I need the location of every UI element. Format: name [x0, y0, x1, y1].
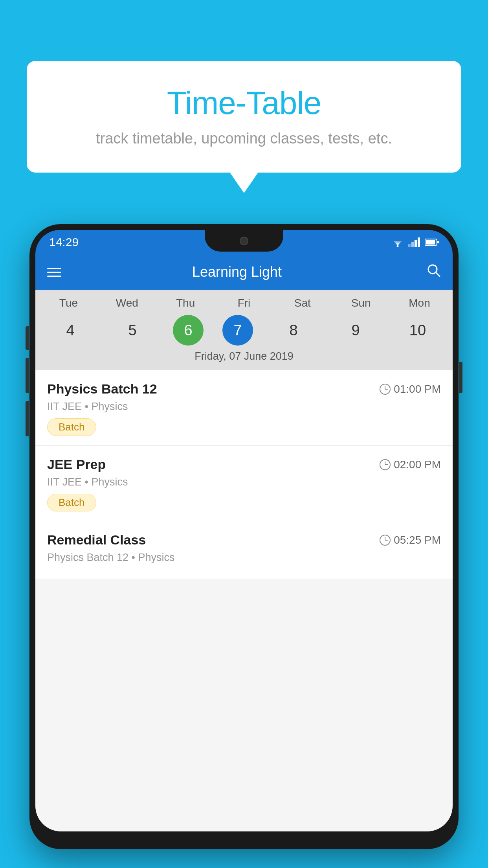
svg-rect-5 — [411, 242, 414, 247]
phone-container: 14:29 — [29, 224, 459, 868]
phone-frame: 14:29 — [29, 224, 459, 849]
selected-date: Friday, 07 June 2019 — [35, 346, 453, 366]
day-label-sat: Sat — [281, 297, 324, 309]
clock-icon-2 — [380, 459, 391, 470]
volume-up-button — [26, 326, 29, 350]
class-name-2: JEE Prep — [47, 457, 106, 472]
bubble-title: Time-Table — [42, 85, 446, 121]
batch-tag-2: Batch — [47, 494, 96, 511]
svg-rect-7 — [418, 237, 420, 247]
class-time-1: 01:00 PM — [380, 383, 441, 395]
batch-tag-1: Batch — [47, 418, 96, 436]
bubble-subtitle: track timetable, upcoming classes, tests… — [42, 130, 446, 147]
wifi-icon — [391, 237, 404, 247]
class-subtitle-3: Physics Batch 12 • Physics — [47, 552, 441, 564]
phone-screen: Tue Wed Thu Fri Sat Sun Mon 4 5 6 7 8 9 … — [35, 290, 453, 831]
class-time-3: 05:25 PM — [380, 534, 441, 546]
class-item-physics-batch[interactable]: Physics Batch 12 01:00 PM IIT JEE • Phys… — [35, 370, 453, 446]
status-icons — [391, 237, 439, 247]
battery-icon — [425, 238, 439, 246]
signal-icon — [408, 237, 421, 247]
day-9[interactable]: 9 — [334, 315, 377, 346]
svg-rect-6 — [415, 240, 417, 247]
class-subtitle-1: IIT JEE • Physics — [47, 401, 441, 413]
day-label-mon: Mon — [398, 297, 441, 309]
day-label-thu: Thu — [164, 297, 207, 309]
svg-line-12 — [436, 272, 440, 276]
day-8[interactable]: 8 — [272, 315, 315, 346]
day-4[interactable]: 4 — [49, 315, 92, 346]
day-7-selected[interactable]: 7 — [222, 315, 253, 346]
day-5[interactable]: 5 — [111, 315, 154, 346]
class-list: Physics Batch 12 01:00 PM IIT JEE • Phys… — [35, 370, 453, 579]
class-time-2: 02:00 PM — [380, 458, 441, 471]
svg-point-3 — [397, 245, 399, 247]
power-button — [459, 362, 462, 393]
day-label-sun: Sun — [339, 297, 383, 309]
class-subtitle-2: IIT JEE • Physics — [47, 476, 441, 488]
day-label-wed: Wed — [105, 297, 149, 309]
status-time: 14:29 — [49, 235, 79, 249]
app-title: Learning Light — [73, 264, 401, 280]
silent-button — [26, 401, 29, 436]
clock-icon-3 — [380, 535, 391, 546]
class-item-remedial[interactable]: Remedial Class 05:25 PM Physics Batch 12… — [35, 521, 453, 579]
svg-rect-9 — [426, 240, 435, 245]
hamburger-menu-button[interactable] — [47, 268, 61, 277]
front-camera — [240, 237, 248, 245]
day-10[interactable]: 10 — [396, 315, 439, 346]
class-name-3: Remedial Class — [47, 532, 146, 548]
speech-bubble: Time-Table track timetable, upcoming cla… — [27, 61, 461, 173]
day-label-fri: Fri — [222, 297, 266, 309]
day-label-tue: Tue — [47, 297, 90, 309]
svg-rect-10 — [437, 241, 439, 243]
day-headers: Tue Wed Thu Fri Sat Sun Mon — [35, 297, 453, 309]
day-numbers: 4 5 6 7 8 9 10 — [35, 315, 453, 346]
class-item-header-2: JEE Prep 02:00 PM — [47, 457, 441, 472]
phone-notch — [205, 230, 283, 252]
class-item-header-3: Remedial Class 05:25 PM — [47, 532, 441, 548]
speech-bubble-container: Time-Table track timetable, upcoming cla… — [27, 61, 461, 173]
day-6-today[interactable]: 6 — [173, 315, 204, 346]
search-button[interactable] — [427, 263, 441, 281]
class-item-jee-prep[interactable]: JEE Prep 02:00 PM IIT JEE • Physics Batc… — [35, 446, 453, 521]
class-name-1: Physics Batch 12 — [47, 381, 157, 397]
calendar-strip: Tue Wed Thu Fri Sat Sun Mon 4 5 6 7 8 9 … — [35, 290, 453, 370]
volume-down-button — [26, 358, 29, 393]
class-item-header-1: Physics Batch 12 01:00 PM — [47, 381, 441, 397]
app-bar: Learning Light — [35, 254, 453, 290]
clock-icon-1 — [380, 384, 391, 395]
svg-rect-4 — [408, 244, 411, 247]
